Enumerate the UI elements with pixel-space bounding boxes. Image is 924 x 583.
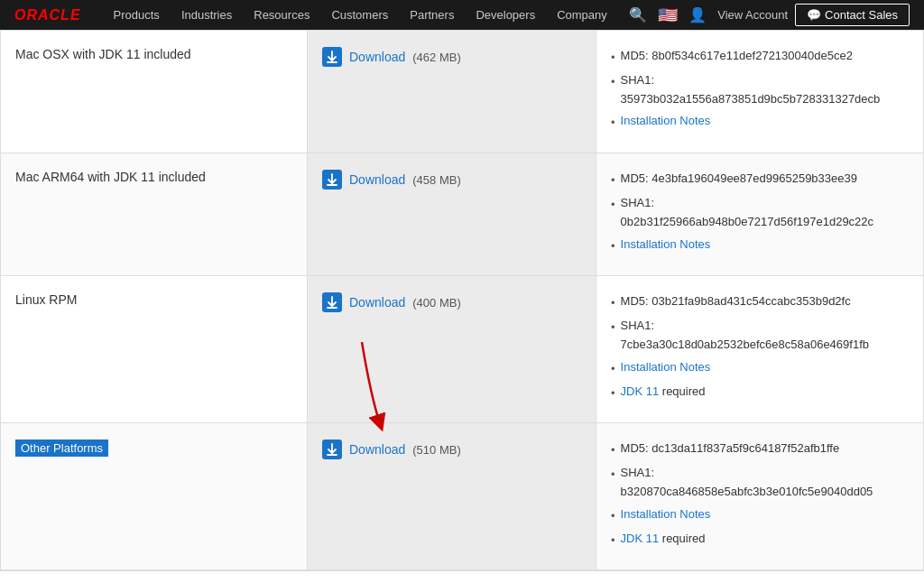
install-notes-item: •Installation Notes: [611, 112, 909, 133]
sha1-item: •SHA1:7cbe3a30c18d0ab2532befc6e8c58a06e4…: [611, 317, 909, 355]
account-icon[interactable]: 👤: [685, 6, 710, 23]
bullet: •: [611, 49, 615, 68]
row-name-2: Linux RPM: [1, 276, 308, 423]
download-link-2[interactable]: Download (400 MB): [322, 292, 581, 312]
download-size: (462 MB): [412, 51, 460, 64]
download-size: (400 MB): [412, 296, 460, 310]
bullet: •: [611, 532, 615, 551]
bullet: •: [611, 237, 615, 256]
bullet: •: [611, 360, 615, 379]
other-platforms-label: Other Platforms: [15, 440, 108, 457]
row-checksum-3: •MD5: dc13da11f837a5f9c64187f52afb1ffe•S…: [596, 423, 924, 570]
flag-icon[interactable]: 🇺🇸: [658, 5, 678, 25]
download-link-3[interactable]: Download (510 MB): [322, 440, 581, 459]
nav-partners[interactable]: Partners: [399, 0, 465, 30]
bullet: •: [611, 171, 615, 190]
nav-industries[interactable]: Industries: [171, 0, 243, 30]
download-size: (458 MB): [412, 173, 460, 187]
download-label: Download: [349, 50, 405, 64]
download-icon: [322, 440, 342, 459]
row-download-3: Download (510 MB): [308, 423, 596, 570]
md5-value: MD5: 03b21fa9b8ad431c54ccabc353b9d2fc: [621, 292, 851, 311]
oracle-logo[interactable]: ORACLE: [14, 7, 81, 23]
search-icon[interactable]: 🔍: [625, 6, 651, 23]
row-download-1: Download (458 MB): [308, 153, 596, 276]
installation-notes-link[interactable]: Installation Notes: [621, 236, 711, 254]
download-link-0[interactable]: Download (462 MB): [322, 47, 581, 67]
download-icon: [322, 292, 342, 312]
md5-item: •MD5: 03b21fa9b8ad431c54ccabc353b9d2fc: [611, 292, 909, 313]
sha1-item: •SHA1:0b2b31f25966ab948b0e7217d56f197e1d…: [611, 194, 909, 232]
bullet: •: [611, 384, 615, 403]
bullet: •: [611, 114, 615, 133]
nav-links: Products Industries Resources Customers …: [103, 0, 626, 30]
md5-value: MD5: dc13da11f837a5f9c64187f52afb1ffe: [621, 440, 840, 458]
download-table: Mac OSX with JDK 11 included Download (4…: [0, 30, 924, 570]
nav-right: 🔍 🇺🇸 👤 View Account 💬 Contact Sales: [625, 4, 910, 26]
jdk-link[interactable]: JDK 11: [621, 384, 660, 398]
navigation: ORACLE Products Industries Resources Cus…: [0, 0, 924, 30]
download-label: Download: [349, 172, 405, 187]
bullet: •: [611, 466, 615, 485]
jdk-item: •JDK 11 required: [611, 530, 909, 551]
contact-sales-button[interactable]: 💬 Contact Sales: [795, 4, 910, 26]
installation-notes-link[interactable]: Installation Notes: [621, 358, 711, 377]
download-icon: [322, 47, 342, 67]
md5-item: •MD5: 4e3bfa196049ee87ed9965259b33ee39: [611, 170, 909, 190]
installation-notes-link[interactable]: Installation Notes: [621, 505, 711, 524]
row-checksum-2: •MD5: 03b21fa9b8ad431c54ccabc353b9d2fc•S…: [596, 276, 924, 423]
main-content: Mac OSX with JDK 11 included Download (4…: [0, 30, 924, 583]
row-download-2: Download (400 MB): [308, 276, 596, 423]
md5-item: •MD5: dc13da11f837a5f9c64187f52afb1ffe: [611, 440, 909, 460]
install-notes-item: •Installation Notes: [611, 236, 909, 256]
row-name-0: Mac OSX with JDK 11 included: [1, 31, 308, 153]
jdk-item: •JDK 11 required: [611, 383, 909, 403]
view-account-link[interactable]: View Account: [717, 8, 788, 22]
row-checksum-1: •MD5: 4e3bfa196049ee87ed9965259b33ee39•S…: [596, 153, 924, 276]
bullet: •: [611, 441, 615, 460]
row-download-0: Download (462 MB): [308, 31, 596, 153]
sha1-item: •SHA1:35973b032a1556a873851d9bc5b7283313…: [611, 71, 909, 109]
row-name-1: Mac ARM64 with JDK 11 included: [1, 153, 308, 276]
download-label: Download: [349, 295, 405, 310]
download-link-1[interactable]: Download (458 MB): [322, 170, 581, 190]
bullet: •: [611, 507, 615, 526]
sha1-value: SHA1:0b2b31f25966ab948b0e7217d56f197e1d2…: [621, 194, 874, 232]
installation-notes-link[interactable]: Installation Notes: [621, 112, 711, 131]
md5-item: •MD5: 8b0f534c617e11def272130040de5ce2: [611, 47, 909, 68]
md5-value: MD5: 4e3bfa196049ee87ed9965259b33ee39: [621, 170, 857, 189]
row-checksum-0: •MD5: 8b0f534c617e11def272130040de5ce2•S…: [596, 31, 924, 153]
contact-icon: 💬: [807, 8, 821, 22]
footer-row: Previous Version: [0, 570, 924, 583]
bullet: •: [611, 319, 615, 338]
nav-developers[interactable]: Developers: [465, 0, 546, 30]
download-label: Download: [349, 442, 405, 457]
nav-company[interactable]: Company: [546, 0, 618, 30]
bullet: •: [611, 294, 615, 313]
md5-value: MD5: 8b0f534c617e11def272130040de5ce2: [621, 47, 853, 66]
nav-customers[interactable]: Customers: [320, 0, 399, 30]
jdk-link[interactable]: JDK 11: [621, 532, 660, 545]
nav-products[interactable]: Products: [103, 0, 171, 30]
sha1-value: SHA1:7cbe3a30c18d0ab2532befc6e8c58a06e46…: [621, 317, 869, 355]
install-notes-item: •Installation Notes: [611, 358, 909, 379]
bullet: •: [611, 196, 615, 215]
sha1-item: •SHA1:b320870ca846858e5abfc3b3e010fc5e90…: [611, 464, 909, 502]
download-size: (510 MB): [412, 443, 460, 457]
sha1-value: SHA1:35973b032a1556a873851d9bc5b72833132…: [621, 71, 881, 109]
install-notes-item: •Installation Notes: [611, 505, 909, 526]
row-name-3: Other Platforms: [1, 423, 308, 570]
sha1-value: SHA1:b320870ca846858e5abfc3b3e010fc5e904…: [621, 464, 873, 502]
nav-resources[interactable]: Resources: [243, 0, 320, 30]
download-icon: [322, 170, 342, 190]
bullet: •: [611, 73, 615, 92]
